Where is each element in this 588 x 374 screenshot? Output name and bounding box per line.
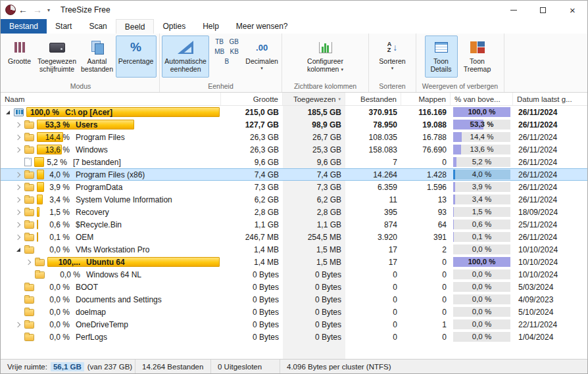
percent-bar-track: 53,3 % <box>453 120 510 129</box>
tree-row[interactable]: 5,2 %[7 bestanden]9,6 GB9,6 GB705,2 %26/… <box>1 156 587 168</box>
column-header-percent-van-bovenliggende[interactable]: % van bove... <box>451 93 513 105</box>
percent-of-parent-value: 53,3 % <box>453 120 510 129</box>
decimalen-button[interactable]: .00 Decimalen▾ <box>244 35 280 78</box>
percent-of-parent-value: 0,0 % <box>453 269 510 279</box>
tree-row[interactable]: 0,0 %Documents and Settings0 Bytes0 Byte… <box>1 293 587 306</box>
aantal-bestanden-button[interactable]: Aantalbestanden <box>80 35 114 78</box>
grootte-button[interactable]: Grootte <box>5 35 34 78</box>
files-cell: 874 <box>345 218 401 231</box>
back-button[interactable]: ← <box>16 1 30 18</box>
expand-icon[interactable] <box>14 133 23 142</box>
tab-help[interactable]: Help <box>194 19 228 34</box>
table-header: Naam Grootte Toegewezen▾ Bestanden Mappe… <box>1 93 587 106</box>
size-cell: 0 Bytes <box>221 306 283 318</box>
tab-start[interactable]: Start <box>47 19 80 34</box>
tree-row[interactable]: 0,0 %Windows 64 NL0 Bytes0 Bytes000,0 %1… <box>1 268 587 281</box>
tree-row[interactable]: 100,0 %C:\ op [Acer]215,0 GB185,5 GB370.… <box>1 106 587 118</box>
percent-of-parent-cell: 53,3 % <box>451 118 513 131</box>
tree-row[interactable]: 3,9 %ProgramData7,3 GB7,3 GB6.3591.5963,… <box>1 181 587 193</box>
expand-icon[interactable] <box>14 320 23 329</box>
column-header-grootte[interactable]: Grootte <box>221 93 283 105</box>
minimize-button[interactable] <box>499 1 528 19</box>
expand-icon[interactable] <box>14 208 23 217</box>
expand-icon[interactable] <box>14 120 23 129</box>
tree-row[interactable]: 13,6 %Windows26,3 GB25,3 GB158.08376.690… <box>1 143 587 156</box>
date-cell: 26/11/2024 <box>513 231 587 243</box>
column-header-mappen[interactable]: Mappen <box>401 93 451 105</box>
tree-row[interactable]: 0,0 %OneDriveTemp0 Bytes0 Bytes010,0 %22… <box>1 318 587 331</box>
percent-label: 0,1 % <box>37 233 70 242</box>
expand-icon[interactable] <box>14 195 23 204</box>
toon-details-button[interactable]: ToonDetails <box>425 35 458 78</box>
tree-row[interactable]: 3,4 %System Volume Information6,2 GB6,2 … <box>1 193 587 206</box>
date-cell: 26/11/2024 <box>513 106 587 118</box>
percent-of-parent-cell: 1,5 % <box>451 206 513 218</box>
percent-bar-track: 5,2 % <box>453 157 510 167</box>
unit-kb-button[interactable]: KB <box>228 47 241 56</box>
collapse-icon[interactable] <box>3 108 12 117</box>
folder-name: OneDriveTemp <box>76 320 128 329</box>
percent-bar-track: 100,0 % <box>453 257 510 267</box>
maximize-button[interactable] <box>528 1 558 19</box>
toon-treemap-button[interactable]: ToonTreemap <box>459 35 496 78</box>
folders-cell: 0 <box>401 281 451 293</box>
tab-meer-wensen[interactable]: Meer wensen? <box>228 19 297 34</box>
percent-label: 3,4 % <box>37 195 70 204</box>
tab-scan[interactable]: Scan <box>80 19 115 34</box>
files-cell: 0 <box>345 318 401 331</box>
quick-access-caret[interactable]: ▾ <box>45 7 53 13</box>
expand-icon[interactable] <box>24 258 34 267</box>
tree-row[interactable]: 0,0 %PerfLogs0 Bytes0 Bytes000,0 %1/04/2… <box>1 331 587 343</box>
expand-icon[interactable] <box>14 233 23 242</box>
percent-label: 0,0 % <box>37 320 70 329</box>
percent-of-parent-value: 0,6 % <box>453 220 510 229</box>
tree-row[interactable]: 0,0 %BOOT0 Bytes0 Bytes000,0 %5/03/2024 <box>1 281 587 293</box>
tab-bestand[interactable]: Bestand <box>1 19 47 34</box>
percent-of-parent-cell: 0,6 % <box>451 218 513 231</box>
column-header-bestanden[interactable]: Bestanden <box>345 93 401 105</box>
tree-row[interactable]: 14,4 %Program Files26,3 GB26,7 GB108.035… <box>1 131 587 143</box>
tab-opties[interactable]: Opties <box>154 19 194 34</box>
percent-label: 53,3 % <box>37 120 70 129</box>
forward-button[interactable]: → <box>30 1 45 18</box>
unit-mb-button[interactable]: MB <box>212 47 226 56</box>
expand-icon[interactable] <box>14 220 23 229</box>
name-cell: 0,1 %OEM <box>1 231 221 243</box>
expand-icon[interactable] <box>14 170 23 179</box>
percentage-button[interactable]: % Percentage <box>116 35 157 78</box>
size-cell: 7,3 GB <box>221 181 283 193</box>
toegewezen-schijfruimte-button[interactable]: Toegewezenschijfruimte <box>36 35 79 78</box>
expand-icon[interactable] <box>14 183 23 192</box>
column-header-datum[interactable]: Datum laatst g... <box>513 93 587 105</box>
status-bar: Vrije ruimte: 56,1 GB (van 237 GB) 14.26… <box>1 359 587 373</box>
tree-row[interactable]: 0,1 %OEM246,7 MB254,5 MB3.9203910,1 %26/… <box>1 231 587 243</box>
percent-bar-track: 0,0 % <box>453 332 510 342</box>
percent-label: 100,... <box>47 258 80 267</box>
tab-beeld[interactable]: Beeld <box>116 19 155 34</box>
column-header-naam[interactable]: Naam <box>1 93 221 105</box>
tree-row[interactable]: 0,0 %VMs Workstation Pro1,4 MB1,5 MB1720… <box>1 243 587 256</box>
unit-b-button[interactable]: B <box>220 57 233 66</box>
folders-cell: 0 <box>401 268 451 281</box>
tree-row[interactable]: 4,0 %Program Files (x86)7,4 GB7,4 GB14.2… <box>1 168 587 181</box>
tree-row[interactable]: 0,0 %doelmap0 Bytes0 Bytes000,0 %5/10/20… <box>1 306 587 318</box>
tree-row[interactable]: 100,...Ubuntu 641,4 MB1,5 MB170100,0 %10… <box>1 256 587 268</box>
window-title: TreeSize Free <box>61 5 110 14</box>
column-header-toegewezen[interactable]: Toegewezen▾ <box>283 93 345 105</box>
expand-icon[interactable] <box>14 145 23 154</box>
size-bar-area: 0,0 %doelmap <box>37 307 220 317</box>
folders-cell: 2 <box>401 243 451 256</box>
unit-tb-button[interactable]: TB <box>213 37 226 46</box>
sorteren-button[interactable]: AZ ↓ Sorteren▾ <box>373 35 412 78</box>
tree-row[interactable]: 0,6 %$Recycle.Bin1,1 GB1,1 GB874640,6 %2… <box>1 218 587 231</box>
unit-gb-button[interactable]: GB <box>228 37 241 46</box>
percent-bar-track: 4,0 % <box>453 170 510 179</box>
percent-of-parent-value: 0,1 % <box>453 232 510 242</box>
tree-row[interactable]: 53,3 %Users127,7 GB98,9 GB78.95019.08853… <box>1 118 587 131</box>
configureer-kolommen-button[interactable]: Configureer kolommen▾ <box>301 35 351 78</box>
collapse-icon[interactable] <box>14 245 23 254</box>
close-button[interactable]: × <box>558 1 587 19</box>
automatische-eenheden-button[interactable]: Automatischeeenheden <box>162 35 209 78</box>
tree-row[interactable]: 1,5 %Recovery2,8 GB2,8 GB395931,5 %18/09… <box>1 206 587 218</box>
size-cell: 215,0 GB <box>221 106 283 118</box>
